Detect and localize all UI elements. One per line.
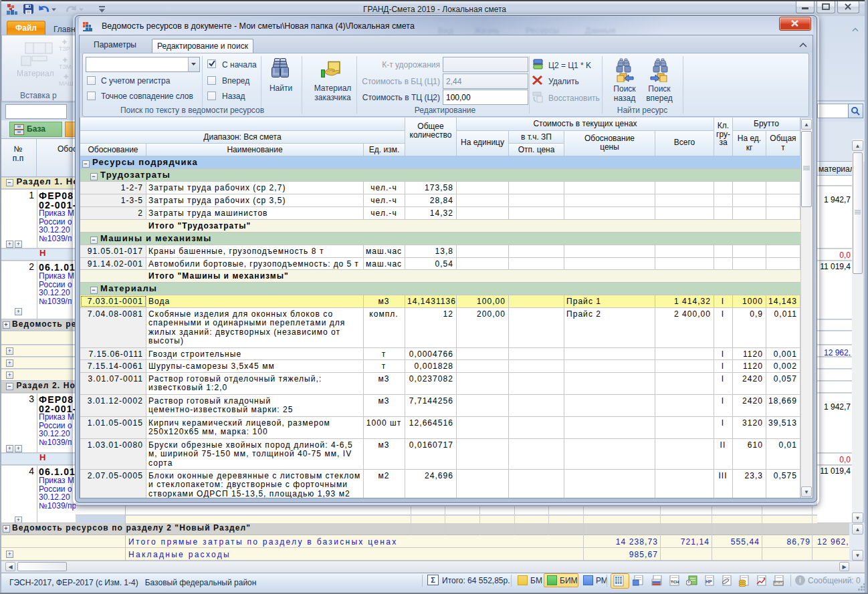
svg-text:НР: НР: [706, 579, 712, 584]
svg-text:ТСН: ТСН: [671, 580, 679, 584]
